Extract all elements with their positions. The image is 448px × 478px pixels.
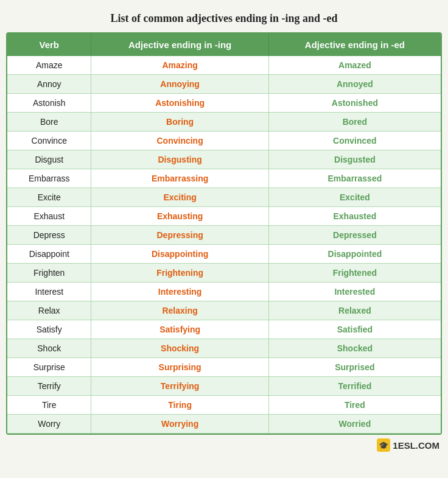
ing-cell: Surprising (91, 358, 268, 377)
ed-cell: Shocked (268, 339, 441, 358)
table-row: SatisfySatisfyingSatisfied (7, 320, 441, 339)
table-row: ExhaustExhaustingExhausted (7, 207, 441, 226)
ed-cell: Interested (268, 283, 441, 301)
verb-cell: Tire (7, 396, 91, 415)
table-row: AstonishAstonishingAstonished (7, 94, 441, 113)
ed-cell: Bored (268, 113, 441, 132)
ed-cell: Depressed (268, 226, 441, 245)
ing-cell: Terrifying (91, 377, 268, 396)
ed-cell: Disappointed (268, 245, 441, 264)
ed-cell: Frightened (268, 264, 441, 283)
ing-cell: Interesting (91, 283, 268, 301)
ing-cell: Exciting (91, 188, 268, 207)
logo-text: 1ESL.COM (393, 440, 439, 451)
verb-cell: Convince (7, 132, 91, 150)
table-row: BoreBoringBored (7, 113, 441, 132)
logo: 🎓 1ESL.COM (377, 438, 439, 452)
table-header: Verb Adjective ending in -ing Adjective … (7, 33, 441, 56)
page-title: List of common adjectives ending in -ing… (110, 12, 337, 25)
ed-cell: Tired (268, 396, 441, 415)
verb-cell: Bore (7, 113, 91, 132)
table-row: WorryWorryingWorried (7, 415, 441, 434)
ed-cell: Exhausted (268, 207, 441, 226)
ed-cell: Worried (268, 415, 441, 434)
verb-cell: Astonish (7, 94, 91, 113)
table-row: DisgustDisgustingDisgusted (7, 150, 441, 169)
verb-cell: Disgust (7, 150, 91, 169)
ing-cell: Disappointing (91, 245, 268, 264)
verb-cell: Excite (7, 188, 91, 207)
table-row: EmbarrassEmbarrassingEmbarrassed (7, 169, 441, 188)
table-row: AmazeAmazingAmazed (7, 56, 441, 75)
verb-cell: Interest (7, 283, 91, 301)
footer: 🎓 1ESL.COM (6, 438, 442, 452)
col-ed-header: Adjective ending in -ed (268, 33, 441, 56)
verb-cell: Exhaust (7, 207, 91, 226)
ing-cell: Shocking (91, 339, 268, 358)
ed-cell: Satisfied (268, 320, 441, 339)
ed-cell: Amazed (268, 56, 441, 75)
table-row: RelaxRelaxingRelaxed (7, 301, 441, 320)
ing-cell: Depressing (91, 226, 268, 245)
ing-cell: Disgusting (91, 150, 268, 169)
ing-cell: Annoying (91, 75, 268, 94)
ing-cell: Convincing (91, 132, 268, 150)
verb-cell: Relax (7, 301, 91, 320)
ing-cell: Boring (91, 113, 268, 132)
table-row: TireTiringTired (7, 396, 441, 415)
table-row: ConvinceConvincingConvinced (7, 132, 441, 150)
ed-cell: Convinced (268, 132, 441, 150)
verb-cell: Worry (7, 415, 91, 434)
table-row: ExciteExcitingExcited (7, 188, 441, 207)
ed-cell: Excited (268, 188, 441, 207)
adjectives-table: Verb Adjective ending in -ing Adjective … (6, 32, 442, 435)
ed-cell: Disgusted (268, 150, 441, 169)
verb-cell: Satisfy (7, 320, 91, 339)
verb-cell: Embarrass (7, 169, 91, 188)
verb-cell: Disappoint (7, 245, 91, 264)
ing-cell: Tiring (91, 396, 268, 415)
logo-icon: 🎓 (377, 438, 390, 452)
table-row: TerrifyTerrifyingTerrified (7, 377, 441, 396)
ed-cell: Surprised (268, 358, 441, 377)
ed-cell: Embarrassed (268, 169, 441, 188)
verb-cell: Annoy (7, 75, 91, 94)
table-row: FrightenFrighteningFrightened (7, 264, 441, 283)
ing-cell: Embarrassing (91, 169, 268, 188)
table-row: DisappointDisappointingDisappointed (7, 245, 441, 264)
verb-cell: Depress (7, 226, 91, 245)
table-row: AnnoyAnnoyingAnnoyed (7, 75, 441, 94)
ing-cell: Worrying (91, 415, 268, 434)
ing-cell: Amazing (91, 56, 268, 75)
col-ing-header: Adjective ending in -ing (91, 33, 268, 56)
verb-cell: Terrify (7, 377, 91, 396)
ed-cell: Relaxed (268, 301, 441, 320)
table-row: SurpriseSurprisingSurprised (7, 358, 441, 377)
ed-cell: Astonished (268, 94, 441, 113)
col-verb-header: Verb (7, 33, 91, 56)
verb-cell: Frighten (7, 264, 91, 283)
ing-cell: Frightening (91, 264, 268, 283)
ed-cell: Terrified (268, 377, 441, 396)
table-row: ShockShockingShocked (7, 339, 441, 358)
table-row: DepressDepressingDepressed (7, 226, 441, 245)
verb-cell: Surprise (7, 358, 91, 377)
verb-cell: Amaze (7, 56, 91, 75)
verb-cell: Shock (7, 339, 91, 358)
ed-cell: Annoyed (268, 75, 441, 94)
ing-cell: Astonishing (91, 94, 268, 113)
ing-cell: Satisfying (91, 320, 268, 339)
table-row: InterestInterestingInterested (7, 283, 441, 301)
ing-cell: Exhausting (91, 207, 268, 226)
ing-cell: Relaxing (91, 301, 268, 320)
